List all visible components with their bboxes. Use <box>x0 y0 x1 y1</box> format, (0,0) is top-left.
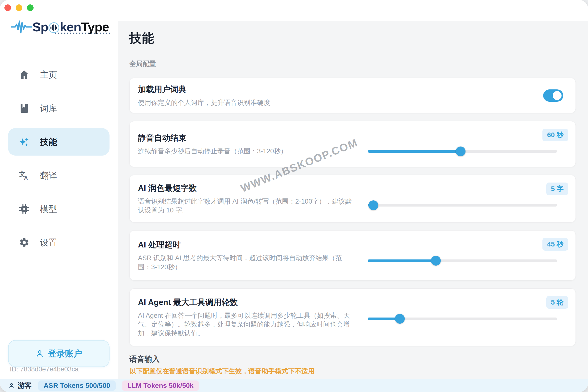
slider[interactable] <box>368 146 557 156</box>
slider-thumb[interactable] <box>368 200 378 210</box>
section-global-config: 全局配置 <box>129 59 588 68</box>
main-area: 技能 全局配置 加载用户词典 使用你定义的个人词库，提升语音识别准确度 静音自动… <box>118 0 588 379</box>
settings-card: 静音自动结束 连续静音多少秒后自动停止录音（范围：3-120秒） 60 秒 <box>129 121 576 167</box>
speaker-o-icon <box>48 22 59 33</box>
card-description: 连续静音多少秒后自动停止录音（范围：3-120秒） <box>138 147 355 156</box>
card-text: 加载用户词典 使用你定义的个人词库，提升语音识别准确度 <box>130 84 355 107</box>
settings-card: AI Agent 最大工具调用轮数 AI Agent 在回答一个问题时，最多可以… <box>129 288 576 346</box>
asr-tokens-badge: ASR Tokens 500/500 <box>38 380 116 391</box>
content-panel: 技能 全局配置 加载用户词典 使用你定义的个人词库，提升语音识别准确度 静音自动… <box>118 21 588 379</box>
card-description: 语音识别结果超过此字数才调用 AI 润色/转写（范围：2-100字），建议默认设… <box>138 197 355 214</box>
logo-dotted-underline <box>55 32 110 34</box>
settings-cards: 加载用户词典 使用你定义的个人词库，提升语音识别准确度 静音自动结束 连续静音多… <box>129 78 576 346</box>
slider-thumb[interactable] <box>456 146 466 156</box>
slider-thumb[interactable] <box>431 256 441 266</box>
slider-fill <box>368 150 460 153</box>
minimize-button[interactable] <box>16 4 22 11</box>
card-title: AI 处理超时 <box>138 239 355 250</box>
sidebar-item-模型[interactable]: 模型 <box>8 195 110 223</box>
login-button[interactable]: 登录账户 <box>8 340 110 367</box>
user-label: 游客 <box>18 381 32 390</box>
person-icon <box>8 382 15 389</box>
sidebar-item-设置[interactable]: 设置 <box>8 229 110 256</box>
value-badge: 45 秒 <box>542 238 568 251</box>
chip-icon <box>19 204 30 214</box>
user-id: ID: 7838d0e7e4be03ca <box>10 366 79 373</box>
settings-card: AI 润色最短字数 语音识别结果超过此字数才调用 AI 润色/转写（范围：2-1… <box>129 175 576 222</box>
card-title: 静音自动结束 <box>138 132 355 144</box>
value-badge: 5 字 <box>546 182 568 195</box>
person-icon <box>36 349 44 358</box>
card-text: AI Agent 最大工具调用轮数 AI Agent 在回答一个问题时，最多可以… <box>130 297 355 338</box>
waveform-icon <box>11 19 32 35</box>
slider-fill <box>368 260 436 262</box>
gear-icon <box>19 237 30 248</box>
sidebar-item-词库[interactable]: 词库 <box>8 94 110 122</box>
toggle-knob <box>552 90 562 101</box>
slider-track[interactable] <box>368 204 557 206</box>
voice-input-warning: 以下配置仅在普通语音识别模式下生效，语音助手模式下不适用 <box>129 367 588 376</box>
card-description: 使用你定义的个人词库，提升语音识别准确度 <box>138 98 355 107</box>
slider-track[interactable] <box>368 260 557 262</box>
value-badge: 5 轮 <box>546 296 568 309</box>
slider[interactable] <box>368 200 557 210</box>
app-logo: SpkenType <box>11 18 109 36</box>
status-bar: 游客 ASR Tokens 500/500 LLM Tokens 50k/50k <box>0 379 588 392</box>
section-voice-input: 语音输入 <box>129 354 588 364</box>
settings-card: 加载用户词典 使用你定义的个人词库，提升语音识别准确度 <box>129 78 576 113</box>
svg-text:A: A <box>24 175 28 181</box>
page-title: 技能 <box>129 30 588 46</box>
value-badge: 60 秒 <box>542 128 568 141</box>
sidebar-item-技能[interactable]: 技能 <box>8 128 110 156</box>
settings-card: AI 处理超时 ASR 识别和 AI 思考的最大等待时间，超过该时间将自动放弃结… <box>129 230 576 280</box>
toggle-switch[interactable] <box>543 90 563 102</box>
close-button[interactable] <box>4 4 11 11</box>
card-text: AI 处理超时 ASR 识别和 AI 思考的最大等待时间，超过该时间将自动放弃结… <box>130 239 355 271</box>
home-icon <box>19 69 30 80</box>
card-title: AI 润色最短字数 <box>138 183 355 194</box>
zoom-button[interactable] <box>27 4 34 11</box>
brand-part1: Sp <box>32 20 48 34</box>
app-window: SpkenType 主页 词库 技能 文A 翻译 模型 设置 登录账户 <box>0 0 588 392</box>
card-title: 加载用户词典 <box>138 84 355 95</box>
user-chip: 游客 <box>8 381 32 390</box>
card-title: AI Agent 最大工具调用轮数 <box>138 297 355 308</box>
translate-icon: 文A <box>19 170 30 181</box>
llm-tokens-badge: LLM Tokens 50k/50k <box>122 380 199 391</box>
card-text: 静音自动结束 连续静音多少秒后自动停止录音（范围：3-120秒） <box>130 132 355 156</box>
book-icon <box>19 103 30 114</box>
slider-thumb[interactable] <box>395 314 405 324</box>
window-controls <box>4 4 34 11</box>
card-description: ASR 识别和 AI 思考的最大等待时间，超过该时间将自动放弃结果（范围：3-1… <box>138 254 355 271</box>
sparkles-icon <box>19 136 30 147</box>
slider[interactable] <box>368 256 557 266</box>
card-text: AI 润色最短字数 语音识别结果超过此字数才调用 AI 润色/转写（范围：2-1… <box>130 183 355 214</box>
sidebar-item-主页[interactable]: 主页 <box>8 61 110 88</box>
slider[interactable] <box>368 314 557 324</box>
card-description: AI Agent 在回答一个问题时，最多可以连续调用多少轮工具（如搜索、天气、定… <box>138 311 355 338</box>
sidebar-item-翻译[interactable]: 文A 翻译 <box>8 162 110 189</box>
login-label: 登录账户 <box>48 348 82 360</box>
sidebar-nav: 主页 词库 技能 文A 翻译 模型 设置 <box>8 61 110 262</box>
sidebar: SpkenType 主页 词库 技能 文A 翻译 模型 设置 登录账户 <box>0 0 118 379</box>
